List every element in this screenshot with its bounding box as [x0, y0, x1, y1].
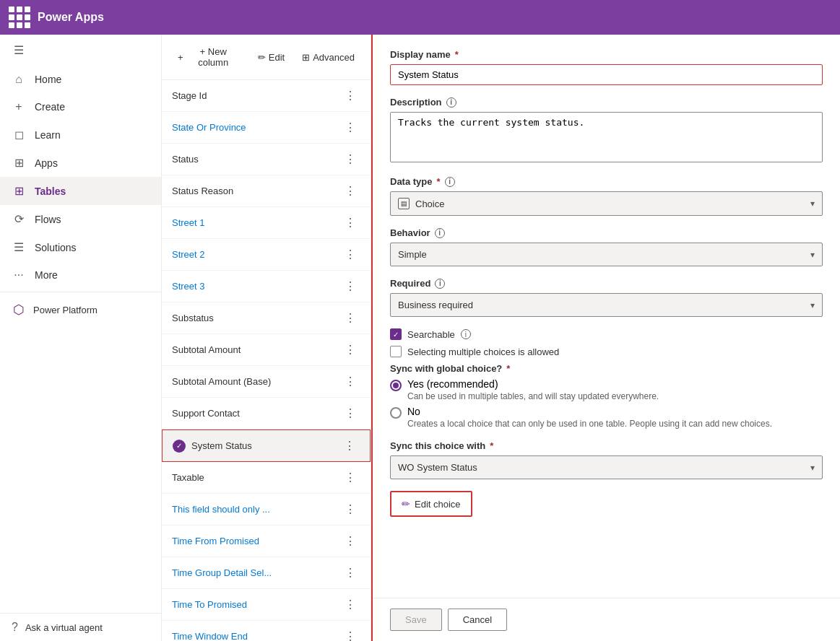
sidebar-item-label: Create — [35, 101, 65, 113]
edit-choice-button[interactable]: ✏ Edit choice — [390, 491, 472, 517]
searchable-checkbox[interactable]: ✓ — [390, 328, 402, 340]
chevron-down-icon: ▾ — [810, 250, 815, 260]
ask-agent-label: Ask a virtual agent — [25, 622, 103, 633]
row-more-icon[interactable]: ⋮ — [340, 119, 360, 136]
cancel-button[interactable]: Cancel — [448, 609, 507, 631]
radio-no-desc: Creates a local choice that can only be … — [407, 419, 772, 429]
display-name-input[interactable] — [390, 64, 823, 85]
row-more-icon[interactable]: ⋮ — [340, 87, 360, 104]
required-field-group: Required i Business required ▾ — [390, 278, 823, 317]
radio-no-button[interactable] — [390, 407, 402, 419]
row-more-icon[interactable]: ⋮ — [340, 214, 360, 231]
sidebar-item-tables[interactable]: ⊞ Tables — [0, 177, 161, 205]
table-row[interactable]: Subtotal Amount (Base) ⋮ — [162, 366, 371, 398]
edit-button[interactable]: ✏ Edit — [251, 48, 292, 67]
chevron-down-icon: ▾ — [810, 463, 815, 473]
plus-icon: + — [178, 52, 183, 63]
table-row[interactable]: Time Window End ⋮ — [162, 621, 371, 641]
sidebar-item-more[interactable]: ··· More — [0, 261, 161, 289]
save-button[interactable]: Save — [390, 609, 442, 631]
table-row[interactable]: Status Reason ⋮ — [162, 175, 371, 207]
table-row[interactable]: Time Group Detail Sel... ⋮ — [162, 557, 371, 589]
row-more-icon[interactable]: ⋮ — [340, 278, 360, 295]
radio-no-group: No Creates a local choice that can only … — [390, 406, 823, 429]
data-type-info-icon[interactable]: i — [445, 177, 455, 187]
sync-choice-select[interactable]: WO System Status ▾ — [390, 455, 823, 479]
behavior-value: Simple — [398, 249, 427, 260]
data-type-select[interactable]: ▤ Choice ▾ — [390, 191, 823, 216]
row-more-icon[interactable]: ⋮ — [339, 437, 360, 454]
content-area: + + New column ✏ Edit ⊞ Advanced Stage I… — [162, 35, 840, 641]
sidebar-item-learn[interactable]: ◻ Learn — [0, 121, 161, 149]
sidebar-item-label: Solutions — [35, 242, 77, 253]
behavior-select[interactable]: Simple ▾ — [390, 243, 823, 266]
behavior-info-icon[interactable]: i — [435, 228, 445, 238]
sidebar-item-flows[interactable]: ⟳ Flows — [0, 205, 161, 233]
edit-panel-inner: Display name * Description i Tracks the … — [373, 35, 840, 598]
home-icon: ⌂ — [12, 73, 26, 86]
table-row[interactable]: Stage Id ⋮ — [162, 80, 371, 112]
row-more-icon[interactable]: ⋮ — [340, 341, 360, 358]
chevron-down-icon: ▾ — [810, 300, 815, 310]
table-row[interactable]: Time From Promised ⋮ — [162, 526, 371, 557]
sidebar-item-label: Learn — [35, 129, 61, 141]
sidebar-item-power-platform[interactable]: ⬡ Power Platform — [0, 295, 161, 324]
table-row[interactable]: Street 3 ⋮ — [162, 271, 371, 302]
sidebar-item-apps[interactable]: ⊞ Apps — [0, 149, 161, 177]
sidebar-divider — [0, 292, 161, 292]
row-name: Substatus — [172, 313, 214, 323]
sidebar-item-solutions[interactable]: ☰ Solutions — [0, 233, 161, 261]
row-more-icon[interactable]: ⋮ — [340, 533, 360, 549]
multiple-choices-checkbox[interactable] — [390, 346, 402, 357]
radio-yes-row[interactable]: Yes (recommended) Can be used in multipl… — [390, 378, 823, 401]
advanced-button[interactable]: ⊞ Advanced — [295, 48, 362, 67]
sidebar-item-create[interactable]: + Create — [0, 93, 161, 121]
row-more-icon[interactable]: ⋮ — [340, 564, 360, 581]
table-row[interactable]: Status ⋮ — [162, 144, 371, 175]
radio-yes-button[interactable] — [390, 380, 402, 391]
row-name: This field should only ... — [172, 504, 270, 515]
ask-virtual-agent-item[interactable]: ? Ask a virtual agent — [0, 613, 161, 641]
apps-grid-icon[interactable] — [9, 6, 30, 28]
row-more-icon[interactable]: ⋮ — [340, 628, 360, 641]
table-row-system-status[interactable]: ✓ System Status ⋮ — [162, 429, 371, 462]
description-textarea[interactable]: Tracks the current system status. — [390, 112, 823, 162]
table-row[interactable]: Subtotal Amount ⋮ — [162, 334, 371, 366]
row-more-icon[interactable]: ⋮ — [340, 246, 360, 263]
advanced-icon: ⊞ — [302, 52, 310, 63]
row-more-icon[interactable]: ⋮ — [340, 151, 360, 167]
row-name: Street 3 — [172, 281, 205, 292]
row-more-icon[interactable]: ⋮ — [340, 310, 360, 326]
table-row[interactable]: Street 2 ⋮ — [162, 239, 371, 271]
sync-choice-field-group: Sync this choice with * WO System Status… — [390, 440, 823, 479]
panel-footer: Save Cancel — [373, 598, 840, 641]
table-row[interactable]: Substatus ⋮ — [162, 302, 371, 334]
more-icon: ··· — [12, 269, 26, 282]
table-row[interactable]: Support Contact ⋮ — [162, 398, 371, 429]
searchable-info-icon[interactable]: i — [461, 329, 471, 339]
sync-choice-label: Sync this choice with * — [390, 440, 823, 451]
table-row[interactable]: Time To Promised ⋮ — [162, 589, 371, 621]
row-name: Street 2 — [172, 249, 205, 260]
required-asterisk: * — [490, 440, 493, 451]
edit-choice-label: Edit choice — [415, 499, 461, 510]
sidebar-item-home[interactable]: ⌂ Home — [0, 66, 161, 93]
row-more-icon[interactable]: ⋮ — [340, 183, 360, 199]
row-more-icon[interactable]: ⋮ — [340, 405, 360, 422]
table-row[interactable]: Taxable ⋮ — [162, 462, 371, 494]
row-more-icon[interactable]: ⋮ — [340, 469, 360, 486]
question-icon: ? — [12, 621, 18, 634]
sidebar-item-label: Home — [35, 74, 61, 85]
table-row[interactable]: State Or Province ⋮ — [162, 112, 371, 144]
table-row[interactable]: This field should only ... ⋮ — [162, 494, 371, 526]
table-row[interactable]: Street 1 ⋮ — [162, 207, 371, 239]
radio-no-row[interactable]: No Creates a local choice that can only … — [390, 406, 823, 429]
required-info-icon[interactable]: i — [435, 279, 445, 289]
sidebar-collapse-btn[interactable]: ☰ — [0, 35, 161, 66]
required-select[interactable]: Business required ▾ — [390, 293, 823, 317]
row-more-icon[interactable]: ⋮ — [340, 373, 360, 390]
row-more-icon[interactable]: ⋮ — [340, 596, 360, 613]
description-info-icon[interactable]: i — [446, 97, 456, 108]
new-column-button[interactable]: + + New column — [170, 42, 248, 72]
row-more-icon[interactable]: ⋮ — [340, 501, 360, 518]
